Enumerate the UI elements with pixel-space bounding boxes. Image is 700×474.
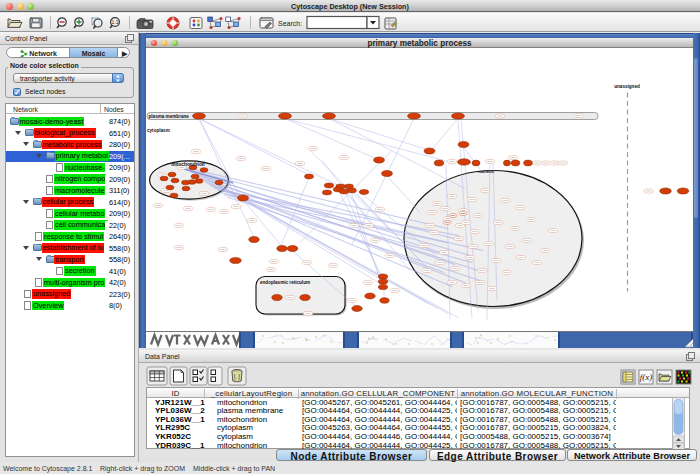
svg-text:cytoplasm: cytoplasm (147, 127, 170, 132)
svg-text:nucleus: nucleus (478, 169, 495, 174)
svg-text:f(x): f(x) (640, 372, 653, 382)
svg-text:plasma membrane: plasma membrane (149, 114, 190, 119)
svg-text:1:1: 1:1 (112, 19, 119, 25)
svg-text:unassigned: unassigned (614, 84, 640, 89)
svg-text:Search:: Search: (278, 20, 302, 27)
svg-text:endoplasmic reticulum: endoplasmic reticulum (260, 279, 310, 284)
svg-text:mitochondrion: mitochondrion (171, 161, 205, 166)
